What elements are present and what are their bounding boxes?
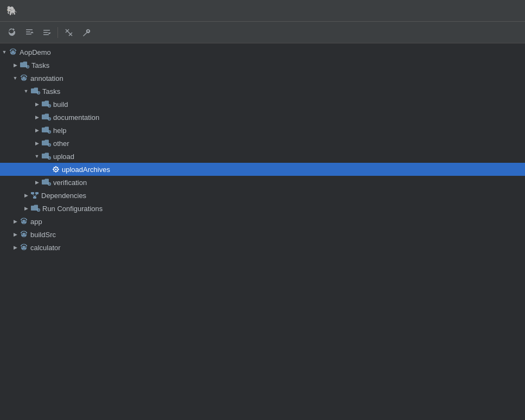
- svg-point-26: [21, 76, 22, 77]
- tree-item-build[interactable]: build: [0, 98, 525, 111]
- svg-line-72: [57, 167, 58, 168]
- gradle-icon: [20, 243, 28, 252]
- expand-all-button[interactable]: [22, 25, 37, 40]
- tree-item-buildSrc[interactable]: buildSrc: [0, 228, 525, 241]
- chevron-collapsed-icon[interactable]: [33, 139, 41, 148]
- chevron-collapsed-icon[interactable]: [11, 217, 20, 226]
- tree-item-tasks-root[interactable]: Tasks: [0, 59, 525, 72]
- expand-all-icon: [25, 28, 34, 37]
- svg-rect-81: [35, 192, 39, 194]
- folder-gear-icon: [41, 152, 51, 161]
- tree-item-label: Tasks: [42, 87, 60, 96]
- tree-item-label: verification: [53, 179, 87, 187]
- tree-item-documentation[interactable]: documentation: [0, 111, 525, 124]
- tree-item-help[interactable]: help: [0, 124, 525, 137]
- tree-item-dependencies[interactable]: Dependencies: [0, 189, 525, 202]
- folder-gear-icon: [20, 61, 29, 69]
- refresh-icon: [8, 28, 16, 37]
- tree-item-label: build: [53, 100, 68, 109]
- svg-rect-5: [43, 32, 48, 33]
- tree-item-label: uploadArchives: [62, 166, 110, 174]
- tree-panel[interactable]: AopDemo Tasks annotation Tasks build: [0, 43, 525, 420]
- svg-point-13: [11, 52, 12, 53]
- folder-gear-icon: [41, 100, 51, 109]
- chevron-collapsed-icon[interactable]: [33, 126, 41, 135]
- tree-item-app[interactable]: app: [0, 215, 525, 228]
- chevron-collapsed-icon[interactable]: [33, 113, 41, 122]
- collapse-all-button[interactable]: [39, 25, 54, 40]
- tree-item-label: documentation: [53, 113, 99, 122]
- chevron-collapsed-icon[interactable]: [22, 191, 30, 200]
- svg-rect-0: [26, 29, 33, 30]
- chevron-collapsed-icon[interactable]: [33, 100, 41, 109]
- settings-toolbar-button[interactable]: [79, 25, 94, 40]
- tree-item-label: Dependencies: [41, 192, 86, 200]
- task-gear-icon: [52, 166, 60, 173]
- folder-gear-icon: [41, 126, 51, 135]
- svg-line-84: [35, 194, 37, 196]
- svg-point-105: [26, 245, 27, 246]
- svg-point-65: [55, 169, 57, 170]
- folder-gear-icon: [41, 100, 51, 109]
- chevron-collapsed-icon[interactable]: [11, 61, 20, 69]
- svg-point-27: [26, 76, 27, 77]
- svg-point-47: [49, 131, 50, 132]
- chevron-expanded-icon[interactable]: [0, 48, 9, 56]
- gear-task-icon: [52, 166, 60, 173]
- tree-item-tasks-annotation[interactable]: Tasks: [0, 85, 525, 98]
- svg-point-104: [21, 245, 22, 246]
- folder-gear-icon: [20, 61, 29, 69]
- tree-item-label: help: [53, 126, 67, 135]
- svg-line-71: [57, 171, 58, 171]
- gradle-project-icon: [20, 230, 28, 239]
- svg-point-102: [22, 247, 23, 248]
- tree-item-run-configs[interactable]: Run Configurations: [0, 202, 525, 215]
- svg-point-18: [27, 66, 28, 67]
- chevron-collapsed-icon[interactable]: [33, 178, 41, 187]
- chevron-empty: [43, 165, 52, 174]
- title-bar-left: 🐘: [7, 5, 22, 16]
- svg-rect-4: [43, 30, 50, 31]
- svg-point-93: [25, 221, 26, 222]
- svg-rect-6: [43, 34, 49, 35]
- svg-line-70: [54, 167, 54, 168]
- link-button[interactable]: [61, 25, 76, 40]
- svg-line-73: [54, 171, 54, 171]
- tree-item-other[interactable]: other: [0, 137, 525, 150]
- folder-gear-icon: [41, 139, 51, 148]
- tree-item-aop-demo[interactable]: AopDemo: [0, 46, 525, 59]
- refresh-button[interactable]: [4, 25, 20, 40]
- folder-gear-icon: [41, 126, 51, 135]
- chevron-collapsed-icon[interactable]: [22, 204, 30, 213]
- tree-item-label: other: [53, 139, 69, 148]
- toolbar: [0, 22, 525, 43]
- chevron-expanded-icon[interactable]: [33, 152, 41, 161]
- svg-point-59: [49, 157, 50, 158]
- tree-item-label: AopDemo: [20, 48, 51, 56]
- tree-item-uploadArchives[interactable]: uploadArchives: [0, 163, 525, 176]
- tree-item-label: calculator: [30, 244, 61, 252]
- svg-point-92: [22, 221, 23, 222]
- folder-gear-icon: [30, 204, 40, 213]
- gradle-icon: [9, 48, 17, 56]
- svg-line-83: [33, 194, 35, 196]
- tree-item-label: upload: [53, 152, 74, 161]
- tree-item-verification[interactable]: verification: [0, 176, 525, 189]
- chevron-expanded-icon[interactable]: [22, 87, 30, 96]
- dependencies-icon: [30, 191, 39, 200]
- svg-point-99: [21, 232, 22, 233]
- svg-marker-7: [48, 33, 51, 34]
- tree-item-upload[interactable]: upload: [0, 150, 525, 163]
- chevron-expanded-icon[interactable]: [11, 74, 20, 82]
- folder-gear-icon: [41, 113, 51, 122]
- tree-item-calculator[interactable]: calculator: [0, 241, 525, 254]
- gradle-icon: [20, 217, 28, 226]
- tree-item-annotation[interactable]: annotation: [0, 72, 525, 85]
- svg-rect-1: [26, 31, 30, 33]
- tree-item-label: Tasks: [31, 61, 49, 69]
- collapse-all-icon: [42, 28, 51, 37]
- chevron-collapsed-icon[interactable]: [11, 243, 20, 252]
- gradle-icon: [20, 74, 28, 82]
- svg-point-41: [49, 118, 50, 119]
- chevron-collapsed-icon[interactable]: [11, 230, 20, 239]
